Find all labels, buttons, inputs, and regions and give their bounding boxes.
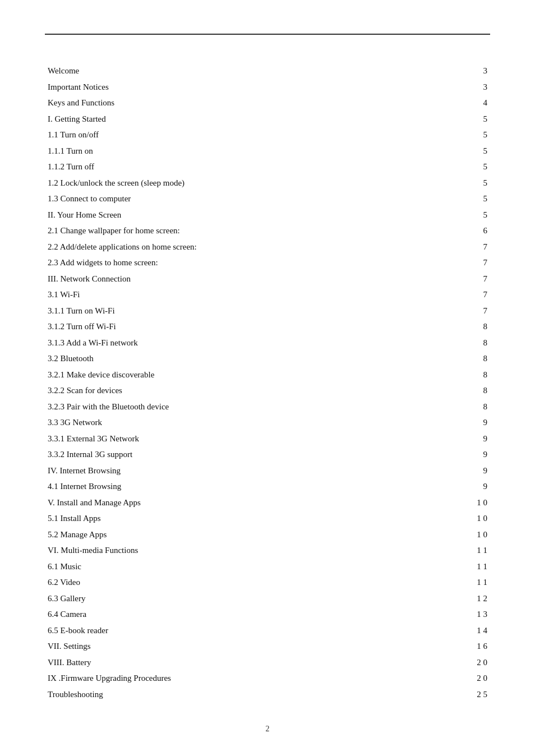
toc-row: 3.2 Bluetooth8 [45,351,490,367]
toc-label: 3.1.2 Turn off Wi-Fi [45,319,423,335]
toc-page-num: 2 5 [423,686,490,703]
toc-label: 1.3 Connect to computer [45,191,423,207]
toc-page-num: 1 4 [423,623,490,639]
toc-label: Welcome [45,63,423,79]
toc-label: 3.2.2 Scan for devices [45,382,423,399]
toc-row: 3.3.2 Internal 3G support9 [45,446,490,463]
toc-row: IV. Internet Browsing9 [45,463,490,479]
toc-page-num: 1 1 [423,542,490,559]
toc-label: II. Your Home Screen [45,207,423,223]
toc-label: Keys and Functions [45,95,423,111]
toc-label: 2.1 Change wallpaper for home screen: [45,223,423,239]
toc-page-num: 8 [423,382,490,399]
toc-page-num: 1 0 [423,510,490,527]
toc-label: VII. Settings [45,638,423,654]
toc-row: 1.1.2 Turn off5 [45,159,490,175]
toc-page-num: 1 6 [423,638,490,654]
toc-row: Keys and Functions4 [45,95,490,111]
toc-page-num: 7 [423,287,490,303]
toc-row: 6.4 Camera1 3 [45,606,490,623]
toc-label: 5.2 Manage Apps [45,527,423,543]
toc-page-num: 9 [423,446,490,463]
toc-page-num: 7 [423,255,490,271]
toc-row: 1.3 Connect to computer5 [45,191,490,207]
toc-row: 2.3 Add widgets to home screen:7 [45,255,490,271]
toc-label: 5.1 Install Apps [45,510,423,527]
top-divider [45,34,490,35]
toc-page-num: 7 [423,239,490,255]
toc-page-num: 5 [423,175,490,191]
toc-label: 6.3 Gallery [45,591,423,607]
toc-label: Important Notices [45,79,423,95]
toc-page-num: 9 [423,431,490,447]
toc-row: V. Install and Manage Apps1 0 [45,495,490,511]
toc-page-num: 4 [423,95,490,111]
toc-label: 3.2 Bluetooth [45,351,423,367]
toc-table: Welcome3Important Notices3Keys and Funct… [45,63,490,702]
page: Welcome3Important Notices3Keys and Funct… [0,0,535,756]
toc-page-num: 5 [423,143,490,159]
toc-label: IX .Firmware Upgrading Procedures [45,670,423,686]
toc-label: VI. Multi-media Functions [45,542,423,559]
toc-label: 1.1 Turn on/off [45,127,423,143]
toc-label: 3.1 Wi-Fi [45,287,423,303]
toc-row: 3.1.3 Add a Wi-Fi network8 [45,335,490,351]
toc-row: Welcome3 [45,63,490,79]
toc-row: VIII. Battery2 0 [45,654,490,671]
toc-label: Troubleshooting [45,686,423,703]
toc-label: 3.3.2 Internal 3G support [45,446,423,463]
toc-page-num: 8 [423,335,490,351]
toc-page-num: 3 [423,79,490,95]
toc-row: 1.1 Turn on/off5 [45,127,490,143]
toc-page-num: 1 1 [423,559,490,575]
toc-row: 3.1.2 Turn off Wi-Fi8 [45,319,490,335]
toc-row: 3.3 3G Network9 [45,414,490,431]
toc-row: IX .Firmware Upgrading Procedures2 0 [45,670,490,686]
toc-row: 1.1.1 Turn on5 [45,143,490,159]
toc-row: Important Notices3 [45,79,490,95]
toc-page-num: 1 1 [423,574,490,591]
toc-label: 6.1 Music [45,559,423,575]
toc-page-num: 5 [423,159,490,175]
toc-label: 1.2 Lock/unlock the screen (sleep mode) [45,175,423,191]
toc-label: 3.2.1 Make device discoverable [45,367,423,383]
toc-page-num: 5 [423,191,490,207]
toc-row: 5.1 Install Apps1 0 [45,510,490,527]
toc-row: VI. Multi-media Functions1 1 [45,542,490,559]
toc-label: III. Network Connection [45,271,423,287]
toc-row: 3.2.1 Make device discoverable8 [45,367,490,383]
toc-row: 2.2 Add/delete applications on home scre… [45,239,490,255]
toc-label: 4.1 Internet Browsing [45,478,423,495]
toc-label: 3.1.3 Add a Wi-Fi network [45,335,423,351]
toc-label: I. Getting Started [45,111,423,127]
toc-row: I. Getting Started5 [45,111,490,127]
toc-label: 3.3.1 External 3G Network [45,431,423,447]
toc-row: 3.2.3 Pair with the Bluetooth device8 [45,399,490,415]
toc-label: 3.1.1 Turn on Wi-Fi [45,303,423,319]
toc-page-num: 1 0 [423,527,490,543]
toc-page-num: 1 0 [423,495,490,511]
toc-page-num: 1 3 [423,606,490,623]
toc-label: 2.2 Add/delete applications on home scre… [45,239,423,255]
toc-row: 3.3.1 External 3G Network9 [45,431,490,447]
toc-page-num: 8 [423,351,490,367]
toc-label: 6.2 Video [45,574,423,591]
toc-row: VII. Settings1 6 [45,638,490,654]
toc-page-num: 7 [423,303,490,319]
toc-label: 6.5 E-book reader [45,623,423,639]
toc-page-num: 5 [423,111,490,127]
toc-row: III. Network Connection7 [45,271,490,287]
toc-row: 4.1 Internet Browsing9 [45,478,490,495]
toc-label: 6.4 Camera [45,606,423,623]
toc-label: VIII. Battery [45,654,423,671]
toc-page-num: 6 [423,223,490,239]
toc-page-num: 5 [423,207,490,223]
toc-page-num: 9 [423,478,490,495]
toc-page-num: 9 [423,463,490,479]
toc-page-num: 9 [423,414,490,431]
toc-page-num: 8 [423,399,490,415]
toc-page-num: 2 0 [423,654,490,671]
toc-page-num: 1 2 [423,591,490,607]
toc-page-num: 5 [423,127,490,143]
toc-row: 6.5 E-book reader1 4 [45,623,490,639]
